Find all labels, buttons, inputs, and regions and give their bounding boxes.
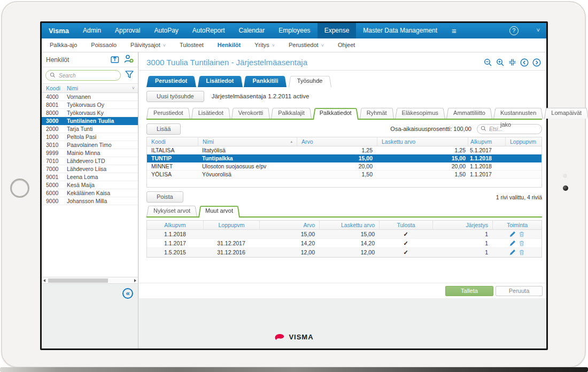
collapse-sidebar-button[interactable]: « — [122, 288, 133, 299]
column-arvo[interactable]: Arvo — [259, 221, 319, 229]
employee-name: Työkorvaus Oy — [67, 102, 138, 108]
hamburger-menu-icon[interactable]: ≡ — [444, 23, 463, 38]
column-loppupvm[interactable]: Loppupvm — [505, 137, 541, 146]
zoom-in-icon[interactable] — [496, 58, 505, 67]
delete-icon[interactable] — [519, 249, 525, 255]
add-person-icon[interactable] — [124, 55, 134, 65]
employee-row[interactable]: 7010 Lähdevero LTD — [42, 157, 138, 165]
column-header-nimi[interactable]: Nimi — [67, 85, 132, 91]
value-tab[interactable]: Muut arvot — [198, 205, 240, 216]
top-nav-item[interactable]: Visma — [42, 23, 76, 38]
help-icon[interactable]: ? — [509, 26, 519, 35]
top-nav-item[interactable]: AutoReport — [185, 23, 232, 38]
employment-subtab[interactable]: Lisätiedot — [191, 107, 230, 119]
column-menu-chevron-icon[interactable]: ˅ — [132, 86, 138, 91]
employee-row[interactable]: 4000 Vornanen — [42, 93, 138, 101]
sub-nav-item[interactable]: Poissaolo — [84, 38, 123, 52]
sub-nav-item[interactable]: Palkka-ajo — [43, 38, 84, 52]
employee-code: 3010 — [46, 142, 67, 148]
column-nimi[interactable]: Nimi▴ — [198, 137, 297, 146]
employment-subtab[interactable]: Eläkesopimus — [395, 107, 445, 119]
pay-row[interactable]: TUNTIP Tuntipalkka 15,00 15,00 1.1.2018 — [147, 154, 541, 162]
nav-chevron-down-icon[interactable]: ˅ — [530, 23, 546, 38]
sub-nav-item[interactable]: Ohjeet — [331, 38, 362, 52]
sub-nav-item[interactable]: Perustiedot˅ — [282, 38, 331, 52]
delete-icon[interactable] — [519, 231, 525, 237]
employee-row[interactable]: 9999 Mainio Minna — [42, 149, 138, 157]
top-nav-item[interactable]: AutoPay — [147, 23, 185, 38]
column-header-koodi[interactable]: Koodi — [46, 85, 67, 91]
employee-row[interactable]: 7000 Lähdevero Liisa — [42, 165, 138, 173]
employment-subtab[interactable]: Ammattiliitto — [446, 107, 492, 119]
employment-subtab[interactable]: Kustannusten jako — [493, 107, 543, 119]
employee-row[interactable]: 2000 Tarja Tunti — [42, 125, 138, 133]
value-tab[interactable]: Nykyiset arvot — [146, 205, 197, 216]
employment-subtab[interactable]: Perustiedot — [146, 107, 190, 119]
scrollbar-thumb[interactable] — [48, 278, 108, 283]
add-row-button[interactable]: Lisää — [146, 123, 181, 135]
top-nav-item[interactable]: Admin — [76, 23, 108, 38]
compress-icon[interactable] — [508, 58, 516, 66]
employee-row[interactable]: 3010 Paavolainen Timo — [42, 141, 138, 149]
delete-row-button[interactable]: Poista — [146, 191, 183, 203]
upload-icon[interactable] — [111, 55, 120, 65]
new-employment-button[interactable]: Uusi työsuhde — [146, 91, 204, 102]
sort-asc-icon: ▴ — [290, 140, 297, 144]
top-nav-item[interactable]: Calendar — [232, 23, 272, 38]
employment-subtab[interactable]: Palkkalajit — [271, 107, 312, 119]
employee-search-input[interactable] — [45, 70, 121, 81]
save-button[interactable]: Talleta — [445, 286, 493, 296]
next-record-icon[interactable] — [532, 58, 541, 67]
pay-row[interactable]: MINNET Ulosoton suojaosuus e/pv 20,00 20… — [147, 162, 541, 170]
previous-record-icon[interactable] — [520, 58, 529, 67]
employee-tab[interactable]: Pankkitili — [244, 75, 287, 87]
employee-tab[interactable]: Lisätiedot — [198, 75, 243, 87]
top-nav-item[interactable]: Expense — [318, 23, 357, 38]
employee-code: 7010 — [46, 158, 67, 164]
delete-icon[interactable] — [519, 240, 525, 246]
sidebar: Henkilöt Koodi Nimi ˅ — [42, 52, 138, 348]
column-laskettu-arvo[interactable]: Laskettu arvo — [377, 137, 468, 146]
column-arvo[interactable]: Arvo — [297, 137, 377, 146]
employment-subtab[interactable]: Ryhmät — [360, 107, 394, 119]
column-laskettu-arvo[interactable]: Laskettu arvo — [319, 221, 379, 229]
employee-row[interactable]: 3000 Tuntilainen Tuulia — [42, 117, 138, 125]
column-alkupvm[interactable]: Alkupvm — [147, 221, 203, 229]
sub-nav-item[interactable]: Päivitysajot˅ — [123, 38, 173, 52]
employment-subtab[interactable]: Verokortti — [231, 107, 270, 119]
sidebar-footer: « — [42, 284, 138, 348]
column-loppupvm[interactable]: Loppupvm — [203, 221, 259, 229]
employee-row[interactable]: 8001 Työkorvaus Oy — [42, 101, 138, 109]
top-nav-item[interactable]: Master Data Management — [356, 23, 444, 38]
sub-nav-item[interactable]: Henkilöt — [211, 38, 247, 52]
edit-icon[interactable] — [509, 231, 516, 237]
scroll-right-arrow[interactable] — [134, 279, 136, 282]
sub-nav-item[interactable]: Tulosteet — [173, 38, 211, 52]
scroll-left-arrow[interactable] — [43, 279, 45, 282]
sub-nav-item[interactable]: Yritys˅ — [247, 38, 282, 52]
employee-row[interactable]: 6000 Kekäläinen Kaisa — [42, 189, 138, 197]
employee-row[interactable]: 8000 Työkorvaus Ky — [42, 109, 138, 117]
employee-row[interactable]: 1000 Peltola Pasi — [42, 133, 138, 141]
top-nav-item[interactable]: Approval — [108, 23, 147, 38]
column-tulosta[interactable]: Tulosta — [379, 221, 432, 229]
edit-icon[interactable] — [509, 240, 516, 246]
cancel-button[interactable]: Peruuta — [496, 286, 543, 296]
column-jarjestys[interactable]: Järjestys — [432, 221, 492, 229]
edit-icon[interactable] — [509, 249, 516, 255]
column-alkupvm[interactable]: Alkupvm — [468, 137, 505, 146]
pay-row[interactable]: YÖLISA Yövuorolisä 1,50 1,50 1.1.2017 — [147, 170, 541, 179]
employee-row[interactable]: 5000 Kesä Maija — [42, 181, 138, 189]
sidebar-horizontal-scrollbar[interactable] — [42, 277, 138, 284]
employee-tab[interactable]: Perustiedot — [146, 75, 196, 87]
employment-subtab[interactable]: Palkkatiedot — [313, 107, 359, 119]
employee-row[interactable]: 9001 Leena Loma — [42, 173, 138, 181]
pay-row[interactable]: ILTALISA Iltatyölisä 1,25 1,25 5.1.2017 — [147, 146, 541, 154]
top-nav-item[interactable]: Employees — [272, 23, 317, 38]
zoom-out-icon[interactable] — [484, 58, 492, 67]
employee-row[interactable]: 9000 Johansson Milla — [42, 197, 138, 205]
employee-tab[interactable]: Työsuhde — [289, 75, 331, 87]
filter-icon[interactable] — [125, 70, 134, 81]
employment-subtab[interactable]: Lomapäivät — [544, 107, 588, 119]
column-koodi[interactable]: Koodi — [147, 137, 198, 146]
